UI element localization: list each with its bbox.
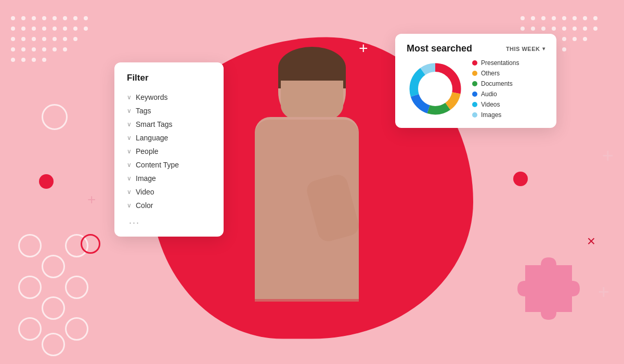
chevron-content-type: ∨ bbox=[127, 161, 132, 168]
filter-item-tags[interactable]: ∨ Tags bbox=[127, 104, 211, 118]
filter-label-smart-tags: Smart Tags bbox=[136, 120, 173, 128]
legend-others: Others bbox=[472, 70, 519, 77]
plus-icon-bottom-right: + bbox=[598, 282, 609, 302]
chevron-color: ∨ bbox=[127, 202, 132, 209]
svg-point-30 bbox=[21, 58, 25, 62]
plus-icon-left: + bbox=[87, 192, 96, 207]
svg-point-47 bbox=[583, 27, 587, 31]
svg-point-60 bbox=[562, 47, 566, 51]
red-circle-left bbox=[39, 174, 54, 189]
chevron-people: ∨ bbox=[127, 148, 132, 155]
week-selector[interactable]: THIS WEEK ▾ bbox=[506, 46, 545, 52]
week-label: THIS WEEK bbox=[506, 46, 540, 52]
svg-point-4 bbox=[53, 16, 57, 20]
svg-point-27 bbox=[53, 47, 57, 51]
filter-label-tags: Tags bbox=[136, 107, 151, 115]
svg-point-55 bbox=[583, 37, 587, 41]
svg-point-23 bbox=[11, 47, 15, 51]
chart-area: Presentations Others Documents Audio Vid… bbox=[407, 59, 545, 119]
svg-point-39 bbox=[583, 16, 587, 20]
svg-point-45 bbox=[562, 27, 566, 31]
legend-dot-audio bbox=[472, 92, 477, 97]
legend-label-others: Others bbox=[481, 70, 500, 77]
svg-point-18 bbox=[32, 37, 36, 41]
svg-point-8 bbox=[11, 27, 15, 31]
legend-label-videos: Videos bbox=[481, 101, 500, 108]
filter-item-content-type[interactable]: ∨ Content Type bbox=[127, 158, 211, 172]
svg-point-3 bbox=[42, 16, 46, 20]
filter-label-keywords: Keywords bbox=[136, 93, 167, 101]
legend-videos: Videos bbox=[472, 101, 519, 108]
svg-point-42 bbox=[531, 27, 535, 31]
svg-point-34 bbox=[531, 16, 535, 20]
svg-point-24 bbox=[21, 47, 25, 51]
filter-item-language[interactable]: ∨ Language bbox=[127, 131, 211, 145]
circle-outline-8 bbox=[18, 317, 42, 341]
legend-label-documents: Documents bbox=[481, 80, 513, 87]
svg-point-6 bbox=[73, 16, 77, 20]
chevron-video: ∨ bbox=[127, 188, 132, 196]
svg-point-11 bbox=[42, 27, 46, 31]
legend-label-images: Images bbox=[481, 111, 501, 119]
card-title: Most searched bbox=[407, 43, 472, 54]
filter-label-people: People bbox=[136, 147, 159, 155]
chevron-keywords: ∨ bbox=[127, 94, 132, 101]
legend-images: Images bbox=[472, 111, 519, 119]
red-circle-right bbox=[513, 172, 528, 186]
svg-point-14 bbox=[73, 27, 77, 31]
circle-outline-1 bbox=[42, 104, 68, 130]
svg-point-40 bbox=[593, 16, 597, 20]
svg-point-20 bbox=[53, 37, 57, 41]
svg-point-46 bbox=[573, 27, 577, 31]
svg-point-0 bbox=[11, 16, 15, 20]
circle-outline-6 bbox=[42, 296, 65, 320]
chevron-language: ∨ bbox=[127, 134, 132, 141]
svg-point-13 bbox=[63, 27, 67, 31]
filter-item-video[interactable]: ∨ Video bbox=[127, 185, 211, 199]
svg-point-54 bbox=[573, 37, 577, 41]
svg-point-29 bbox=[11, 58, 15, 62]
svg-point-35 bbox=[541, 16, 545, 20]
circle-outline-9 bbox=[42, 333, 65, 356]
filter-label-color: Color bbox=[136, 201, 153, 210]
donut-chart bbox=[407, 60, 464, 118]
svg-point-37 bbox=[562, 16, 566, 20]
svg-point-68 bbox=[422, 75, 448, 102]
svg-point-32 bbox=[42, 58, 46, 62]
circle-outline-2 bbox=[18, 234, 42, 257]
filter-label-video: Video bbox=[136, 188, 154, 196]
red-outline-circle bbox=[81, 234, 100, 254]
legend-dot-images bbox=[472, 112, 477, 118]
filter-label-content-type: Content Type bbox=[136, 161, 179, 169]
filter-title: Filter bbox=[127, 73, 211, 83]
svg-point-31 bbox=[32, 58, 36, 62]
svg-point-9 bbox=[21, 27, 25, 31]
filter-item-keywords[interactable]: ∨ Keywords bbox=[127, 90, 211, 104]
svg-point-15 bbox=[84, 27, 88, 31]
legend-dot-videos bbox=[472, 102, 477, 107]
svg-point-1 bbox=[21, 16, 25, 20]
svg-point-7 bbox=[84, 16, 88, 20]
legend-dot-others bbox=[472, 71, 477, 76]
svg-point-53 bbox=[562, 37, 566, 41]
svg-point-36 bbox=[552, 16, 556, 20]
filter-item-image[interactable]: ∨ Image bbox=[127, 172, 211, 185]
chevron-tags: ∨ bbox=[127, 107, 132, 114]
circle-outline-7 bbox=[65, 276, 88, 299]
most-searched-card: Most searched THIS WEEK ▾ bbox=[395, 34, 556, 128]
filter-label-image: Image bbox=[136, 174, 156, 183]
filter-item-color[interactable]: ∨ Color bbox=[127, 199, 211, 212]
filter-more-dots[interactable]: ... bbox=[127, 215, 211, 226]
plus-icon-right-bottom: + bbox=[602, 146, 614, 165]
circle-outline-10 bbox=[65, 317, 88, 341]
filter-label-language: Language bbox=[136, 134, 168, 142]
legend-audio: Audio bbox=[472, 90, 519, 98]
card-header: Most searched THIS WEEK ▾ bbox=[407, 43, 545, 54]
svg-point-48 bbox=[593, 27, 597, 31]
svg-point-16 bbox=[11, 37, 15, 41]
svg-point-25 bbox=[32, 47, 36, 51]
filter-item-smart-tags[interactable]: ∨ Smart Tags bbox=[127, 118, 211, 131]
chevron-smart-tags: ∨ bbox=[127, 121, 132, 128]
svg-point-10 bbox=[32, 27, 36, 31]
filter-item-people[interactable]: ∨ People bbox=[127, 145, 211, 158]
